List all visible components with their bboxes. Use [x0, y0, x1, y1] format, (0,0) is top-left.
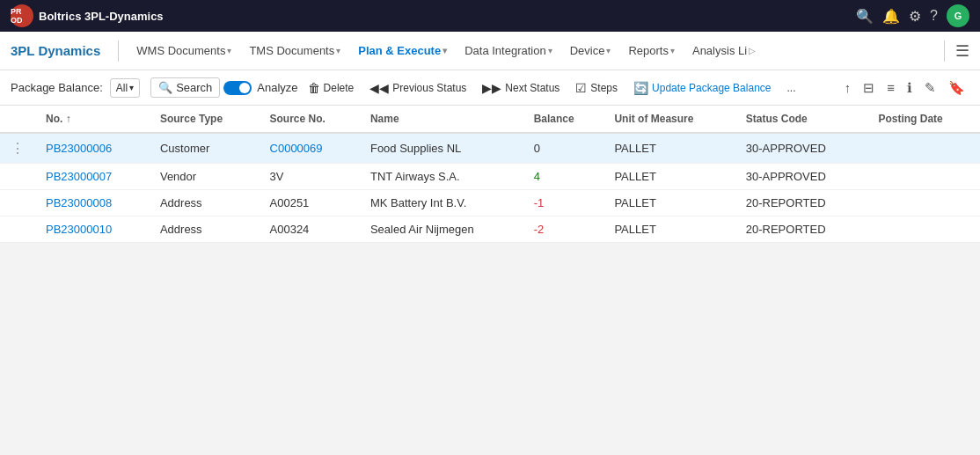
package-balance-table: No. ↑ Source Type Source No. Name Balanc… [0, 106, 980, 243]
delete-button[interactable]: 🗑 Delete [302, 78, 361, 98]
chevron-icon: ▾ [670, 46, 675, 55]
cell-source-type: Address [150, 216, 260, 243]
navbar-divider-right [944, 40, 945, 62]
more-button[interactable]: ... [780, 79, 801, 97]
help-icon[interactable]: ? [930, 8, 938, 24]
cell-status-code: 30-APPROVED [735, 164, 868, 190]
toggle-thumb [239, 83, 250, 93]
cell-balance: -2 [523, 216, 604, 243]
cell-no[interactable]: PB23000007 [35, 164, 150, 190]
table-body: ⋮PB23000006CustomerC0000069Food Supplies… [0, 133, 980, 243]
chevron-icon: ▾ [606, 46, 611, 55]
topbar: PR OD Boltrics 3PL-Dynamics 🔍 🔔 ⚙ ? G [0, 0, 980, 32]
table-row[interactable]: PB23000010AddressA00324Sealed Air Nijmeg… [0, 216, 980, 243]
chevron-icon: ▾ [336, 46, 340, 55]
col-unit-of-measure[interactable]: Unit of Measure [603, 106, 735, 133]
nav-wms-documents[interactable]: WMS Documents ▾ [129, 40, 238, 61]
table-row[interactable]: PB23000007Vendor3VTNT Airways S.A.4PALLE… [0, 164, 980, 190]
prev-status-icon: ◀◀ [369, 81, 389, 95]
share-icon[interactable]: ↑ [840, 77, 856, 98]
nav-analysis-li[interactable]: Analysis Li ▷ [685, 40, 763, 61]
pr-avatar: PR OD [11, 4, 33, 27]
brand-label[interactable]: 3PL Dynamics [11, 43, 100, 58]
cell-no[interactable]: PB23000006 [35, 133, 150, 164]
col-name[interactable]: Name [360, 106, 523, 133]
chevron-icon: ▾ [227, 46, 231, 55]
search-icon[interactable]: 🔍 [856, 8, 874, 25]
package-balance-label: Package Balance: [11, 81, 103, 94]
edit-icon[interactable]: ✎ [920, 77, 940, 99]
col-posting-date[interactable]: Posting Date [867, 106, 980, 133]
toolbar: Package Balance: All ▾ 🔍 Search Analyze … [0, 70, 980, 106]
nav-data-integration[interactable]: Data Integration ▾ [457, 40, 559, 61]
cell-source-type: Address [150, 190, 260, 216]
steps-icon: ☑ [575, 81, 587, 95]
cell-posting-date [867, 133, 980, 164]
cell-no[interactable]: PB23000008 [35, 190, 150, 216]
no-link[interactable]: PB23000010 [46, 223, 112, 236]
source-no-link[interactable]: C0000069 [270, 142, 323, 155]
toggle-track[interactable] [223, 81, 252, 95]
cell-name: MK Battery Int B.V. [360, 190, 523, 216]
cell-name: TNT Airways S.A. [360, 164, 523, 190]
cell-source-no: A00251 [260, 190, 360, 216]
cell-source-type: Customer [150, 133, 260, 164]
hamburger-icon[interactable]: ☰ [955, 41, 969, 61]
steps-button[interactable]: ☑ Steps [569, 78, 624, 98]
col-status-code[interactable]: Status Code [735, 106, 868, 133]
filter-all-dropdown[interactable]: All ▾ [110, 78, 140, 98]
cell-status-code: 20-REPORTED [735, 216, 868, 243]
no-link[interactable]: PB23000008 [46, 196, 112, 209]
chevron-down-icon: ▾ [129, 83, 134, 92]
table-row[interactable]: ⋮PB23000006CustomerC0000069Food Supplies… [0, 133, 980, 164]
toolbar-right-actions: ↑ ⊟ ≡ ℹ ✎ 🔖 [840, 77, 969, 99]
cell-unit-of-measure: PALLET [603, 133, 735, 164]
topbar-icons: 🔍 🔔 ⚙ ? G [856, 4, 969, 27]
cell-no[interactable]: PB23000010 [35, 216, 150, 243]
cell-name: Food Supplies NL [360, 133, 523, 164]
cell-source-type: Vendor [150, 164, 260, 190]
chevron-icon: ▾ [442, 46, 447, 55]
row-menu-cell [0, 190, 35, 216]
cell-source-no: A00324 [260, 216, 360, 243]
search-button[interactable]: 🔍 Search [150, 77, 220, 98]
nav-device[interactable]: Device ▾ [563, 40, 618, 61]
no-link[interactable]: PB23000006 [46, 142, 112, 155]
col-no-label[interactable]: No. ↑ [35, 106, 150, 133]
user-avatar[interactable]: G [947, 4, 969, 27]
delete-icon: 🗑 [308, 81, 320, 95]
content-area [0, 243, 980, 455]
table-row[interactable]: PB23000008AddressA00251MK Battery Int B.… [0, 190, 980, 216]
bell-icon[interactable]: 🔔 [882, 8, 900, 25]
col-source-no[interactable]: Source No. [260, 106, 360, 133]
settings-icon[interactable]: ⚙ [909, 8, 921, 25]
cell-posting-date [867, 190, 980, 216]
nav-tms-documents[interactable]: TMS Documents ▾ [242, 40, 347, 61]
cell-source-no: 3V [260, 164, 360, 190]
cell-unit-of-measure: PALLET [603, 164, 735, 190]
cell-status-code: 20-REPORTED [735, 190, 868, 216]
nav-plan-execute[interactable]: Plan & Execute ▾ [351, 40, 454, 61]
prev-status-button[interactable]: ◀◀ Previous Status [363, 78, 472, 98]
update-package-balance-button[interactable]: 🔄 Update Package Balance [627, 78, 777, 98]
cell-unit-of-measure: PALLET [603, 216, 735, 243]
col-balance[interactable]: Balance [523, 106, 604, 133]
next-status-button[interactable]: ▶▶ Next Status [476, 78, 566, 98]
row-menu-icon[interactable]: ⋮ [11, 141, 25, 156]
nav-reports[interactable]: Reports ▾ [621, 40, 682, 61]
next-status-icon: ▶▶ [482, 81, 501, 95]
search-icon: 🔍 [158, 81, 172, 94]
list-view-icon[interactable]: ≡ [882, 77, 899, 98]
row-menu-cell [0, 216, 35, 243]
no-link[interactable]: PB23000007 [46, 170, 112, 183]
info-icon[interactable]: ℹ [903, 77, 917, 99]
filter-icon[interactable]: ⊟ [859, 77, 879, 99]
analyze-toggle[interactable]: Analyze [223, 81, 297, 95]
col-source-type[interactable]: Source Type [150, 106, 260, 133]
cell-balance: 4 [523, 164, 604, 190]
cell-source-no[interactable]: C0000069 [260, 133, 360, 164]
chevron-icon: ▷ [749, 46, 756, 55]
update-pkg-icon: 🔄 [633, 81, 648, 95]
bookmark-icon[interactable]: 🔖 [944, 77, 969, 99]
row-menu-cell: ⋮ [0, 133, 35, 164]
